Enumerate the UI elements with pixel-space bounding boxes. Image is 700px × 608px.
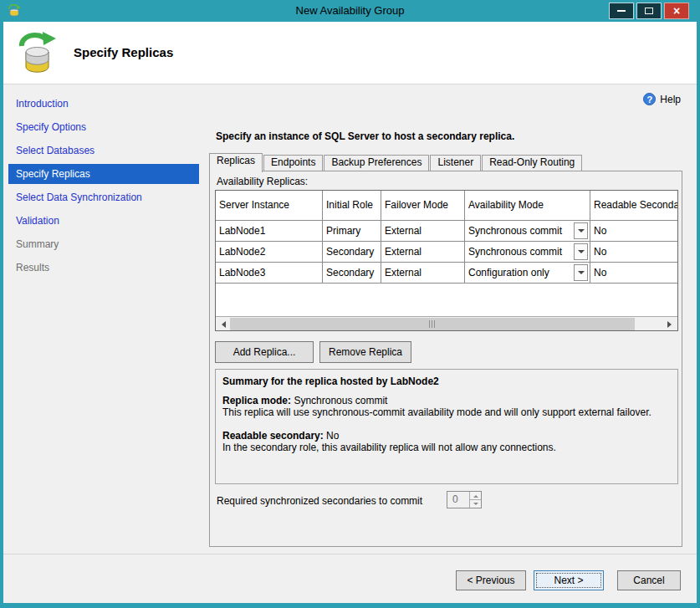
required-secondaries-label: Required synchronized secondaries to com… xyxy=(217,493,422,509)
combo-value: Synchronous commit xyxy=(466,246,574,258)
maximize-button[interactable] xyxy=(636,3,662,19)
horizontal-scrollbar[interactable] xyxy=(216,316,677,330)
column-header-readable-secondary: Readable Secondary xyxy=(590,191,678,221)
table-row: LabNode1 Primary External Synchronous co… xyxy=(216,221,678,242)
cell-initial-role: Secondary xyxy=(323,263,381,284)
window-title: New Availability Group xyxy=(0,0,700,22)
cell-availability-mode: Synchronous commit xyxy=(465,221,590,242)
cell-readable-secondary: No xyxy=(590,221,678,242)
readable-secondary-description: In the secondary role, this availability… xyxy=(222,442,556,453)
required-secondaries-spinner[interactable]: 0 xyxy=(447,491,482,508)
sidebar-item-select-databases[interactable]: Select Databases xyxy=(8,141,199,161)
arrow-down-icon xyxy=(473,503,478,508)
cell-failover-mode: External xyxy=(381,263,465,284)
spinner-down-button[interactable] xyxy=(470,500,481,508)
cell-readable-secondary: No xyxy=(590,263,678,284)
caption-buttons: × xyxy=(609,3,689,19)
cell-server-instance: LabNode2 xyxy=(216,242,323,263)
replicas-table: Server Instance Initial Role Failover Mo… xyxy=(216,191,678,315)
sidebar-item-summary: Summary xyxy=(8,234,199,254)
wizard-body: Introduction Specify Options Select Data… xyxy=(3,85,697,554)
close-button[interactable]: × xyxy=(664,3,689,19)
sidebar-item-results: Results xyxy=(8,258,199,278)
availability-mode-select[interactable]: Synchronous commit xyxy=(466,222,589,240)
chevron-down-icon[interactable] xyxy=(574,264,588,281)
availability-replicas-label: Availability Replicas: xyxy=(217,176,308,187)
previous-button[interactable]: < Previous xyxy=(456,570,526,590)
cell-server-instance: LabNode1 xyxy=(216,221,323,242)
maximize-icon xyxy=(645,8,653,14)
sidebar-item-introduction[interactable]: Introduction xyxy=(8,94,199,114)
remove-replica-button[interactable]: Remove Replica xyxy=(319,341,411,363)
availability-mode-select[interactable]: Synchronous commit xyxy=(466,243,589,261)
replicas-tab-panel: Availability Replicas: Server Instance I… xyxy=(209,171,682,547)
minimize-button[interactable] xyxy=(609,3,634,19)
tab-backup-preferences[interactable]: Backup Preferences xyxy=(324,155,429,171)
next-button[interactable]: Next > xyxy=(534,570,604,590)
cell-initial-role: Primary xyxy=(323,221,381,242)
chevron-glyph xyxy=(578,229,585,236)
add-replica-button[interactable]: Add Replica... xyxy=(215,341,314,363)
column-header-failover-mode: Failover Mode xyxy=(381,191,465,221)
scrollbar-thumb[interactable] xyxy=(230,318,635,330)
arrow-right-icon xyxy=(667,321,675,328)
help-link[interactable]: ? Help xyxy=(643,93,681,105)
scroll-left-button[interactable] xyxy=(216,318,230,330)
dialog-content: Specify Replicas Introduction Specify Op… xyxy=(3,22,697,603)
main-pane: ? Help Specify an instance of SQL Server… xyxy=(201,85,697,554)
chevron-down-icon[interactable] xyxy=(574,243,588,260)
tab-strip: Replicas Endpoints Backup Preferences Li… xyxy=(209,153,583,171)
wizard-footer: < Previous Next > Cancel xyxy=(3,554,697,603)
grid-empty-area xyxy=(216,284,678,315)
cell-initial-role: Secondary xyxy=(323,242,381,263)
sidebar-item-specify-replicas[interactable]: Specify Replicas xyxy=(8,164,199,184)
chevron-down-icon[interactable] xyxy=(574,222,588,239)
wizard-steps-sidebar: Introduction Specify Options Select Data… xyxy=(3,85,201,554)
combo-value: Configuration only xyxy=(466,267,574,278)
replica-mode-block: Replica mode: Synchronous commit This re… xyxy=(222,395,651,418)
arrow-left-icon xyxy=(218,321,226,328)
combo-value: Synchronous commit xyxy=(466,225,574,237)
cell-failover-mode: External xyxy=(381,221,465,242)
spinner-value[interactable]: 0 xyxy=(447,492,469,508)
new-availability-group-window: New Availability Group × Specify Replica… xyxy=(0,0,700,608)
tab-listener[interactable]: Listener xyxy=(430,155,481,171)
column-header-availability-mode: Availability Mode xyxy=(465,191,590,221)
arrow-up-icon xyxy=(473,493,478,498)
cell-availability-mode: Synchronous commit xyxy=(465,242,590,263)
chevron-glyph xyxy=(578,250,585,257)
replica-summary-panel: Summary for the replica hosted by LabNod… xyxy=(215,369,678,484)
sidebar-item-validation[interactable]: Validation xyxy=(8,211,199,231)
summary-title: Summary for the replica hosted by LabNod… xyxy=(222,376,439,387)
tab-endpoints[interactable]: Endpoints xyxy=(263,155,323,171)
availability-mode-select[interactable]: Configuration only xyxy=(466,263,589,282)
chevron-glyph xyxy=(578,271,585,278)
tab-read-only-routing[interactable]: Read-Only Routing xyxy=(482,155,582,171)
spinner-up-button[interactable] xyxy=(470,492,481,500)
replica-mode-value: Synchronous commit xyxy=(294,395,387,406)
question-circle-icon: ? xyxy=(643,93,656,105)
scrollbar-grip-icon xyxy=(429,320,437,328)
scroll-right-button[interactable] xyxy=(663,318,677,330)
replica-mode-label: Replica mode: xyxy=(222,395,291,406)
tab-replicas[interactable]: Replicas xyxy=(209,153,263,172)
readable-secondary-label: Readable secondary: xyxy=(222,430,324,442)
page-title: Specify Replicas xyxy=(74,45,173,59)
close-icon: × xyxy=(673,5,680,17)
table-header-row: Server Instance Initial Role Failover Mo… xyxy=(216,191,678,221)
titlebar: New Availability Group × xyxy=(0,0,700,22)
cancel-button[interactable]: Cancel xyxy=(617,570,681,590)
table-row: LabNode3 Secondary External Configuratio… xyxy=(216,263,678,284)
column-header-initial-role: Initial Role xyxy=(323,191,381,221)
cell-failover-mode: External xyxy=(381,242,465,263)
sidebar-item-specify-options[interactable]: Specify Options xyxy=(8,117,199,137)
table-row: LabNode2 Secondary External Synchronous … xyxy=(216,242,678,263)
readable-secondary-value: No xyxy=(326,430,339,442)
sidebar-item-select-data-synchronization[interactable]: Select Data Synchronization xyxy=(8,187,199,207)
column-header-server-instance: Server Instance xyxy=(216,191,323,221)
spinner-buttons xyxy=(469,492,481,508)
cell-readable-secondary: No xyxy=(590,242,678,263)
replica-mode-description: This replica will use synchronous-commit… xyxy=(222,406,651,418)
minimize-icon xyxy=(617,10,626,12)
wizard-header: Specify Replicas xyxy=(3,22,697,84)
